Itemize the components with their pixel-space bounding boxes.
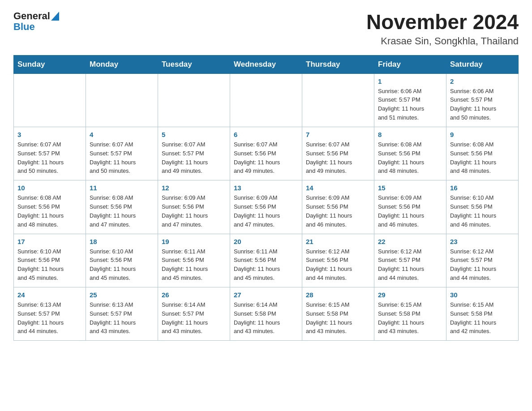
day-number: 21 [306, 238, 370, 245]
day-number: 1 [378, 77, 442, 85]
day-number: 3 [17, 131, 82, 138]
day-number: 6 [234, 131, 298, 138]
calendar-cell: 14Sunrise: 6:09 AMSunset: 5:56 PMDayligh… [302, 180, 374, 234]
day-info: Sunrise: 6:12 AMSunset: 5:56 PMDaylight:… [306, 247, 370, 283]
calendar-cell: 28Sunrise: 6:15 AMSunset: 5:58 PMDayligh… [302, 287, 374, 340]
calendar-cell: 17Sunrise: 6:10 AMSunset: 5:56 PMDayligh… [14, 234, 86, 287]
day-info: Sunrise: 6:11 AMSunset: 5:56 PMDaylight:… [234, 247, 298, 283]
logo-triangle-icon [51, 12, 59, 21]
calendar-cell: 20Sunrise: 6:11 AMSunset: 5:56 PMDayligh… [230, 234, 302, 287]
day-info: Sunrise: 6:12 AMSunset: 5:57 PMDaylight:… [450, 247, 515, 283]
day-number: 27 [234, 291, 298, 299]
day-number: 17 [17, 238, 82, 245]
calendar-header-row: SundayMondayTuesdayWednesdayThursdayFrid… [14, 55, 519, 73]
day-info: Sunrise: 6:09 AMSunset: 5:56 PMDaylight:… [162, 193, 226, 229]
calendar-cell: 22Sunrise: 6:12 AMSunset: 5:57 PMDayligh… [374, 234, 446, 287]
day-number: 2 [450, 77, 515, 85]
subtitle: Krasae Sin, Songkhla, Thailand [366, 35, 519, 47]
day-number: 26 [162, 291, 226, 299]
calendar-cell [86, 73, 158, 127]
calendar-cell: 5Sunrise: 6:07 AMSunset: 5:57 PMDaylight… [158, 127, 230, 180]
day-number: 9 [450, 131, 515, 138]
calendar-cell: 2Sunrise: 6:06 AMSunset: 5:57 PMDaylight… [446, 73, 519, 127]
calendar-cell: 6Sunrise: 6:07 AMSunset: 5:56 PMDaylight… [230, 127, 302, 180]
calendar-cell: 25Sunrise: 6:13 AMSunset: 5:57 PMDayligh… [86, 287, 158, 340]
calendar-cell: 30Sunrise: 6:15 AMSunset: 5:58 PMDayligh… [446, 287, 519, 340]
col-header-friday: Friday [374, 55, 446, 73]
day-number: 28 [306, 291, 370, 299]
day-number: 25 [90, 291, 154, 299]
svg-marker-0 [51, 12, 59, 21]
logo-general-text: General [13, 11, 50, 21]
day-number: 19 [162, 238, 226, 245]
header: General Blue November 2024 Krasae Sin, S… [13, 11, 519, 47]
day-info: Sunrise: 6:07 AMSunset: 5:57 PMDaylight:… [17, 140, 82, 176]
calendar-cell [14, 73, 86, 127]
day-number: 5 [162, 131, 226, 138]
day-number: 13 [234, 184, 298, 192]
day-info: Sunrise: 6:07 AMSunset: 5:57 PMDaylight:… [162, 140, 226, 176]
calendar-cell [302, 73, 374, 127]
calendar-cell: 9Sunrise: 6:08 AMSunset: 5:56 PMDaylight… [446, 127, 519, 180]
day-info: Sunrise: 6:07 AMSunset: 5:56 PMDaylight:… [306, 140, 370, 176]
calendar-cell: 15Sunrise: 6:09 AMSunset: 5:56 PMDayligh… [374, 180, 446, 234]
calendar-week-row: 3Sunrise: 6:07 AMSunset: 5:57 PMDaylight… [14, 127, 519, 180]
day-info: Sunrise: 6:13 AMSunset: 5:57 PMDaylight:… [17, 300, 82, 336]
day-number: 11 [90, 184, 154, 192]
calendar-cell [230, 73, 302, 127]
day-info: Sunrise: 6:08 AMSunset: 5:56 PMDaylight:… [450, 140, 515, 176]
day-info: Sunrise: 6:15 AMSunset: 5:58 PMDaylight:… [306, 300, 370, 336]
col-header-sunday: Sunday [14, 55, 86, 73]
day-info: Sunrise: 6:15 AMSunset: 5:58 PMDaylight:… [450, 300, 515, 336]
calendar-cell: 19Sunrise: 6:11 AMSunset: 5:56 PMDayligh… [158, 234, 230, 287]
calendar-cell: 12Sunrise: 6:09 AMSunset: 5:56 PMDayligh… [158, 180, 230, 234]
calendar-cell: 1Sunrise: 6:06 AMSunset: 5:57 PMDaylight… [374, 73, 446, 127]
day-info: Sunrise: 6:13 AMSunset: 5:57 PMDaylight:… [90, 300, 154, 336]
logo-blue-text: Blue [13, 21, 35, 32]
calendar-cell: 21Sunrise: 6:12 AMSunset: 5:56 PMDayligh… [302, 234, 374, 287]
day-number: 14 [306, 184, 370, 192]
calendar-cell: 29Sunrise: 6:15 AMSunset: 5:58 PMDayligh… [374, 287, 446, 340]
day-info: Sunrise: 6:07 AMSunset: 5:56 PMDaylight:… [234, 140, 298, 176]
calendar-cell: 18Sunrise: 6:10 AMSunset: 5:56 PMDayligh… [86, 234, 158, 287]
calendar-week-row: 24Sunrise: 6:13 AMSunset: 5:57 PMDayligh… [14, 287, 519, 340]
calendar-week-row: 10Sunrise: 6:08 AMSunset: 5:56 PMDayligh… [14, 180, 519, 234]
col-header-wednesday: Wednesday [230, 55, 302, 73]
day-number: 23 [450, 238, 515, 245]
calendar-cell: 3Sunrise: 6:07 AMSunset: 5:57 PMDaylight… [14, 127, 86, 180]
logo: General Blue [13, 11, 59, 32]
calendar-cell: 7Sunrise: 6:07 AMSunset: 5:56 PMDaylight… [302, 127, 374, 180]
day-info: Sunrise: 6:14 AMSunset: 5:58 PMDaylight:… [234, 300, 298, 336]
day-info: Sunrise: 6:09 AMSunset: 5:56 PMDaylight:… [306, 193, 370, 229]
calendar-table: SundayMondayTuesdayWednesdayThursdayFrid… [13, 55, 519, 341]
calendar-cell: 23Sunrise: 6:12 AMSunset: 5:57 PMDayligh… [446, 234, 519, 287]
calendar-cell: 11Sunrise: 6:08 AMSunset: 5:56 PMDayligh… [86, 180, 158, 234]
day-info: Sunrise: 6:15 AMSunset: 5:58 PMDaylight:… [378, 300, 442, 336]
col-header-tuesday: Tuesday [158, 55, 230, 73]
day-info: Sunrise: 6:07 AMSunset: 5:57 PMDaylight:… [90, 140, 154, 176]
day-info: Sunrise: 6:06 AMSunset: 5:57 PMDaylight:… [450, 87, 515, 122]
day-info: Sunrise: 6:08 AMSunset: 5:56 PMDaylight:… [17, 193, 82, 229]
calendar-week-row: 1Sunrise: 6:06 AMSunset: 5:57 PMDaylight… [14, 73, 519, 127]
day-number: 18 [90, 238, 154, 245]
day-number: 8 [378, 131, 442, 138]
day-info: Sunrise: 6:10 AMSunset: 5:56 PMDaylight:… [17, 247, 82, 283]
day-info: Sunrise: 6:12 AMSunset: 5:57 PMDaylight:… [378, 247, 442, 283]
title-area: November 2024 Krasae Sin, Songkhla, Thai… [366, 11, 519, 47]
calendar-cell: 10Sunrise: 6:08 AMSunset: 5:56 PMDayligh… [14, 180, 86, 234]
day-number: 12 [162, 184, 226, 192]
day-number: 7 [306, 131, 370, 138]
calendar-cell: 27Sunrise: 6:14 AMSunset: 5:58 PMDayligh… [230, 287, 302, 340]
calendar-cell: 24Sunrise: 6:13 AMSunset: 5:57 PMDayligh… [14, 287, 86, 340]
day-number: 16 [450, 184, 515, 192]
day-info: Sunrise: 6:08 AMSunset: 5:56 PMDaylight:… [378, 140, 442, 176]
calendar-cell: 4Sunrise: 6:07 AMSunset: 5:57 PMDaylight… [86, 127, 158, 180]
calendar-cell: 26Sunrise: 6:14 AMSunset: 5:57 PMDayligh… [158, 287, 230, 340]
day-info: Sunrise: 6:11 AMSunset: 5:56 PMDaylight:… [162, 247, 226, 283]
calendar-cell: 8Sunrise: 6:08 AMSunset: 5:56 PMDaylight… [374, 127, 446, 180]
day-number: 30 [450, 291, 515, 299]
calendar-cell: 16Sunrise: 6:10 AMSunset: 5:56 PMDayligh… [446, 180, 519, 234]
day-info: Sunrise: 6:09 AMSunset: 5:56 PMDaylight:… [378, 193, 442, 229]
day-number: 15 [378, 184, 442, 192]
col-header-saturday: Saturday [446, 55, 519, 73]
